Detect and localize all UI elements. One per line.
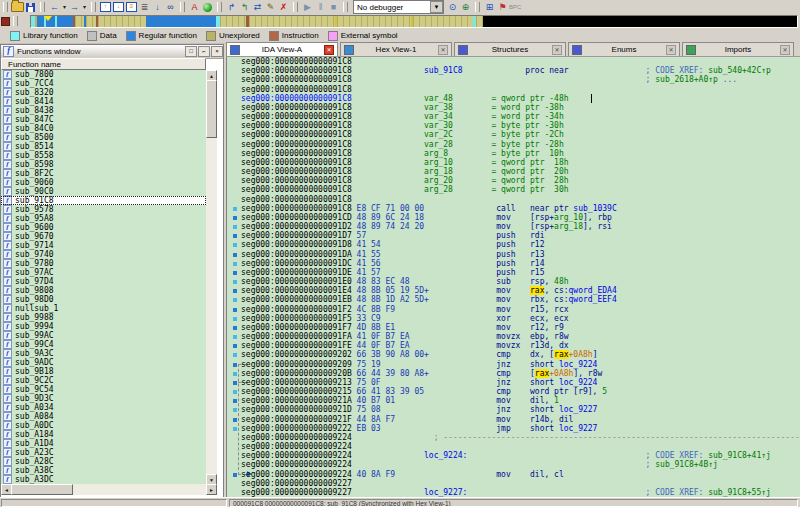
disasm-line[interactable]: seg000:000000000000920266 3B 90 A8 00+cm… bbox=[227, 350, 800, 359]
colors-button[interactable] bbox=[201, 1, 214, 13]
disasm-line[interactable]: seg000:0000000000009224 bbox=[227, 442, 800, 451]
disasm-line[interactable]: seg000:00000000000091C8var_34= word ptr … bbox=[227, 112, 800, 121]
window-list-button[interactable]: ≡ bbox=[125, 1, 138, 13]
function-list-item[interactable]: fsub_9A3C bbox=[1, 349, 206, 358]
disasm-line[interactable]: seg000:00000000000091E448 8B 05 19 5D+mo… bbox=[227, 286, 800, 295]
disasm-line[interactable]: seg000:000000000000922440 8A F9movdil, c… bbox=[227, 470, 800, 479]
tab-ida-view-a[interactable]: IDA View-A✕ bbox=[226, 42, 338, 56]
function-list-item[interactable]: fsub_9578 bbox=[1, 205, 206, 214]
function-list-item[interactable]: fsub_97D4 bbox=[1, 277, 206, 286]
function-list-item[interactable]: fsub_90C0 bbox=[1, 187, 206, 196]
function-list-item[interactable]: fsub_8500 bbox=[1, 133, 206, 142]
disasm-line[interactable]: seg000:00000000000091F533 C9xorecx, ecx bbox=[227, 314, 800, 323]
function-list-item[interactable]: fsub_8598 bbox=[1, 160, 206, 169]
function-list-item[interactable]: fsub_95A8 bbox=[1, 214, 206, 223]
debugger-stop-button[interactable]: ■ bbox=[327, 1, 340, 13]
chevron-down-icon[interactable]: ▼ bbox=[430, 1, 443, 13]
functions-vertical-scrollbar[interactable]: ▲ ▼ bbox=[206, 70, 217, 484]
disasm-line[interactable]: seg000:0000000000009227loc_9227:; CODE X… bbox=[227, 488, 800, 497]
function-list-item[interactable]: fsub_8414 bbox=[1, 97, 206, 106]
disasm-line[interactable]: seg000:0000000000009224; sub_91C8+4B↑j bbox=[227, 460, 800, 469]
disasm-line[interactable]: seg000:00000000000091C8E8 CF 71 00 00cal… bbox=[227, 204, 800, 213]
function-list-item[interactable]: fsub_9600 bbox=[1, 223, 206, 232]
ascii-strings-button[interactable]: A bbox=[188, 1, 201, 13]
disasm-line[interactable]: seg000:00000000000091C8arg_10= qword ptr… bbox=[227, 158, 800, 167]
breakpoints-button[interactable]: BPC bbox=[509, 1, 521, 13]
disasm-line[interactable]: seg000:00000000000091EB48 8B 1D A2 5D+mo… bbox=[227, 295, 800, 304]
toolbar-grip[interactable] bbox=[217, 2, 222, 12]
forward-history-button[interactable]: ▾ bbox=[81, 1, 88, 13]
disasm-line[interactable]: seg000:00000000000091DA41 55pushr13 bbox=[227, 250, 800, 259]
disasm-line[interactable]: seg000:00000000000091E048 83 EC 48subrsp… bbox=[227, 277, 800, 286]
debugger-select-combo[interactable]: No debugger▼ bbox=[353, 0, 444, 14]
function-list-item[interactable]: fsub_9670 bbox=[1, 232, 206, 241]
close-icon[interactable]: × bbox=[211, 46, 223, 57]
disasm-line[interactable]: seg000:0000000000009224; ---------------… bbox=[227, 433, 800, 442]
disasm-line[interactable]: seg000:000000000000921F44 8A F7movr14b, … bbox=[227, 415, 800, 424]
function-list-item[interactable]: fsub_8F2C bbox=[1, 169, 206, 178]
disasm-line[interactable]: seg000:00000000000091C8var_2C= byte ptr … bbox=[227, 130, 800, 139]
disasm-line[interactable]: seg000:000000000000920B66 44 39 80 A8+cm… bbox=[227, 369, 800, 378]
forward-button[interactable]: → bbox=[68, 1, 81, 13]
close-icon[interactable]: ✕ bbox=[780, 45, 790, 55]
function-list-item[interactable]: fsub_9ADC bbox=[1, 358, 206, 367]
disasm-line[interactable]: seg000:0000000000009224loc_9224:; CODE X… bbox=[227, 451, 800, 460]
maximize-icon[interactable]: □ bbox=[185, 46, 197, 57]
close-icon[interactable]: ✕ bbox=[666, 45, 676, 55]
disasm-line[interactable]: seg000:0000000000009222EB 03jmpshort loc… bbox=[227, 424, 800, 433]
function-list-item[interactable]: fsub_8438 bbox=[1, 106, 206, 115]
next-window-button[interactable]: ↓ bbox=[112, 1, 125, 13]
cross-references-button[interactable]: ⇄ bbox=[251, 1, 264, 13]
disasm-line[interactable]: seg000:00000000000091FE44 0F B7 EAmovzxr… bbox=[227, 341, 800, 350]
function-name-column-header[interactable]: Function name bbox=[1, 58, 206, 70]
functions-window-titlebar[interactable]: f Functions window □ ⌐ × bbox=[1, 45, 223, 59]
function-list-item[interactable]: fsub_9060 bbox=[1, 178, 206, 187]
debugger-run-button[interactable]: ▶ bbox=[301, 1, 314, 13]
close-icon[interactable]: ✕ bbox=[324, 45, 334, 55]
function-list-item[interactable]: fsub_A28C bbox=[1, 457, 206, 466]
disasm-line[interactable]: seg000:000000000000920975 19jnzshort loc… bbox=[227, 360, 800, 369]
function-list-item[interactable]: fsub_9B18 bbox=[1, 367, 206, 376]
function-list-item[interactable]: fsub_7800 bbox=[1, 70, 206, 79]
function-list-item[interactable]: fsub_8514 bbox=[1, 142, 206, 151]
function-list-item[interactable]: fsub_7CC4 bbox=[1, 79, 206, 88]
function-list-item[interactable]: fsub_9C54 bbox=[1, 385, 206, 394]
toolbar-grip[interactable] bbox=[180, 2, 185, 12]
function-list-item[interactable]: fsub_9780 bbox=[1, 259, 206, 268]
toolbar-grip[interactable] bbox=[475, 2, 480, 12]
function-list-item[interactable]: fsub_A38C bbox=[1, 466, 206, 475]
function-list-item[interactable]: fsub_A084 bbox=[1, 412, 206, 421]
function-list-item[interactable]: fsub_84C0 bbox=[1, 124, 206, 133]
step-over-button[interactable]: ⊙ bbox=[446, 1, 459, 13]
navband-grip[interactable] bbox=[13, 16, 18, 26]
disasm-line[interactable]: seg000:00000000000091C8 bbox=[227, 57, 800, 66]
disasm-line[interactable]: seg000:00000000000091DC41 56pushr14 bbox=[227, 259, 800, 268]
function-list-item[interactable]: fsub_91C8 bbox=[1, 196, 206, 205]
disasm-line[interactable]: seg000:00000000000091C8arg_8= byte ptr 1… bbox=[227, 149, 800, 158]
scroll-thumb[interactable] bbox=[206, 80, 217, 138]
function-list-item[interactable]: fsub_A3DC bbox=[1, 475, 206, 484]
float-icon[interactable]: ⌐ bbox=[198, 46, 210, 57]
back-button[interactable]: ← bbox=[48, 1, 61, 13]
close-icon[interactable]: ✕ bbox=[552, 45, 562, 55]
tab-imports[interactable]: Imports✕ bbox=[682, 42, 794, 56]
function-list-item[interactable]: fsub_97AC bbox=[1, 268, 206, 277]
toolbar-grip[interactable] bbox=[3, 2, 8, 12]
function-list-item[interactable]: fsub_8320 bbox=[1, 88, 206, 97]
jump-xref-button[interactable]: ↱ bbox=[225, 1, 238, 13]
function-list-item[interactable]: fsub_A0DC bbox=[1, 421, 206, 430]
tab-structures[interactable]: Structures✕ bbox=[454, 42, 566, 56]
disasm-line[interactable]: seg000:00000000000091F24C 8B F9movr15, r… bbox=[227, 305, 800, 314]
disasm-line[interactable]: seg000:00000000000091C8var_30= byte ptr … bbox=[227, 121, 800, 130]
functions-horizontal-scrollbar[interactable]: ◄ ► bbox=[1, 484, 217, 495]
debugger-pause-button[interactable]: ‖ bbox=[314, 1, 327, 13]
disasm-line[interactable]: seg000:0000000000009227 bbox=[227, 479, 800, 488]
toolbar-grip[interactable] bbox=[91, 2, 96, 12]
disasm-line[interactable]: seg000:00000000000091F74D 8B E1movr12, r… bbox=[227, 323, 800, 332]
function-list-item[interactable]: fsub_847C bbox=[1, 115, 206, 124]
disassembly-pane[interactable]: seg000:00000000000091C8seg000:0000000000… bbox=[226, 56, 800, 498]
function-list-item[interactable]: fsub_99AC bbox=[1, 331, 206, 340]
disasm-line[interactable]: seg000:00000000000091C8var_28= byte ptr … bbox=[227, 140, 800, 149]
function-list-item[interactable]: fsub_9D3C bbox=[1, 394, 206, 403]
disasm-line[interactable]: seg000:00000000000091D841 54pushr12 bbox=[227, 240, 800, 249]
